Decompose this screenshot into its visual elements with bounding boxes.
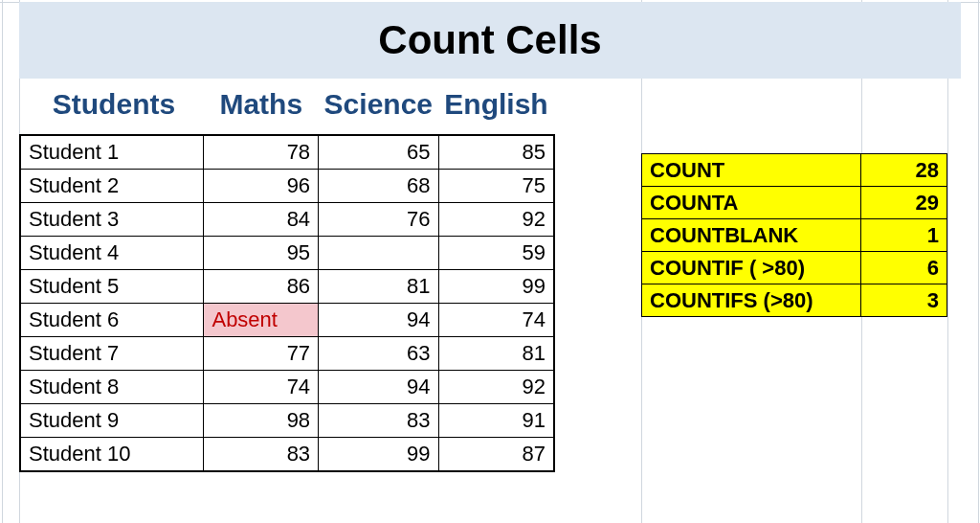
english-cell[interactable]: 87 — [438, 438, 554, 472]
science-cell[interactable]: 65 — [319, 135, 438, 170]
col-header-maths: Maths — [204, 79, 319, 135]
summary-label[interactable]: COUNTA — [642, 187, 861, 219]
col-header-english: English — [438, 79, 554, 135]
student-name-cell[interactable]: Student 8 — [20, 371, 204, 404]
student-scores-table: Students Maths Science English Student 1… — [19, 79, 555, 472]
table-row[interactable]: Student 6Absent9474 — [20, 304, 554, 337]
summary-value[interactable]: 6 — [861, 252, 947, 284]
maths-cell[interactable]: 77 — [204, 337, 319, 371]
english-cell[interactable]: 74 — [438, 304, 554, 337]
science-cell[interactable]: 94 — [319, 371, 438, 404]
summary-row[interactable]: COUNT28 — [642, 154, 947, 187]
maths-cell[interactable]: 86 — [204, 270, 319, 304]
summary-value[interactable]: 28 — [861, 154, 947, 187]
science-cell[interactable]: 81 — [319, 270, 438, 304]
english-cell[interactable]: 99 — [438, 270, 554, 304]
col-header-students: Students — [20, 79, 204, 135]
science-cell[interactable]: 63 — [319, 337, 438, 371]
summary-value[interactable]: 29 — [861, 187, 947, 219]
summary-label[interactable]: COUNT — [642, 154, 861, 187]
table-row[interactable]: Student 8749492 — [20, 371, 554, 404]
maths-cell[interactable]: 83 — [204, 438, 319, 472]
student-name-cell[interactable]: Student 5 — [20, 270, 204, 304]
summary-row[interactable]: COUNTBLANK1 — [642, 219, 947, 252]
maths-cell-absent[interactable]: Absent — [204, 304, 319, 337]
english-cell[interactable]: 92 — [438, 203, 554, 237]
table-row[interactable]: Student 3847692 — [20, 203, 554, 237]
table-header-row: Students Maths Science English — [20, 79, 554, 135]
student-name-cell[interactable]: Student 2 — [20, 170, 204, 203]
maths-cell[interactable]: 78 — [204, 135, 319, 170]
maths-cell[interactable]: 98 — [204, 404, 319, 438]
spreadsheet-sheet: Count Cells Students Maths Science Engli… — [0, 0, 980, 523]
student-name-cell[interactable]: Student 3 — [20, 203, 204, 237]
student-name-cell[interactable]: Student 1 — [20, 135, 204, 170]
table-row[interactable]: Student 10839987 — [20, 438, 554, 472]
col-header-science: Science — [319, 79, 438, 135]
table-row[interactable]: Student 2966875 — [20, 170, 554, 203]
summary-row[interactable]: COUNTA29 — [642, 187, 947, 219]
summary-row[interactable]: COUNTIFS (>80)3 — [642, 284, 947, 317]
table-row[interactable]: Student 5868199 — [20, 270, 554, 304]
english-cell[interactable]: 81 — [438, 337, 554, 371]
english-cell[interactable]: 92 — [438, 371, 554, 404]
maths-cell[interactable]: 74 — [204, 371, 319, 404]
title-banner: Count Cells — [19, 2, 961, 79]
student-name-cell[interactable]: Student 7 — [20, 337, 204, 371]
summary-label[interactable]: COUNTIFS (>80) — [642, 284, 861, 317]
page-title: Count Cells — [378, 17, 601, 63]
student-name-cell[interactable]: Student 4 — [20, 237, 204, 270]
summary-label[interactable]: COUNTBLANK — [642, 219, 861, 252]
science-cell[interactable]: 94 — [319, 304, 438, 337]
science-cell[interactable]: 83 — [319, 404, 438, 438]
student-name-cell[interactable]: Student 9 — [20, 404, 204, 438]
table-row[interactable]: Student 1786585 — [20, 135, 554, 170]
summary-value[interactable]: 1 — [861, 219, 947, 252]
english-cell[interactable]: 59 — [438, 237, 554, 270]
english-cell[interactable]: 85 — [438, 135, 554, 170]
maths-cell[interactable]: 95 — [204, 237, 319, 270]
science-cell[interactable]: 99 — [319, 438, 438, 472]
english-cell[interactable]: 75 — [438, 170, 554, 203]
table-row[interactable]: Student 9988391 — [20, 404, 554, 438]
summary-value[interactable]: 3 — [861, 284, 947, 317]
science-cell[interactable] — [319, 237, 438, 270]
table-row[interactable]: Student 49559 — [20, 237, 554, 270]
student-name-cell[interactable]: Student 6 — [20, 304, 204, 337]
maths-cell[interactable]: 96 — [204, 170, 319, 203]
summary-label[interactable]: COUNTIF ( >80) — [642, 252, 861, 284]
count-summary-table: COUNT28COUNTA29COUNTBLANK1COUNTIF ( >80)… — [641, 153, 947, 317]
english-cell[interactable]: 91 — [438, 404, 554, 438]
summary-row[interactable]: COUNTIF ( >80)6 — [642, 252, 947, 284]
science-cell[interactable]: 68 — [319, 170, 438, 203]
science-cell[interactable]: 76 — [319, 203, 438, 237]
maths-cell[interactable]: 84 — [204, 203, 319, 237]
table-row[interactable]: Student 7776381 — [20, 337, 554, 371]
student-name-cell[interactable]: Student 10 — [20, 438, 204, 472]
